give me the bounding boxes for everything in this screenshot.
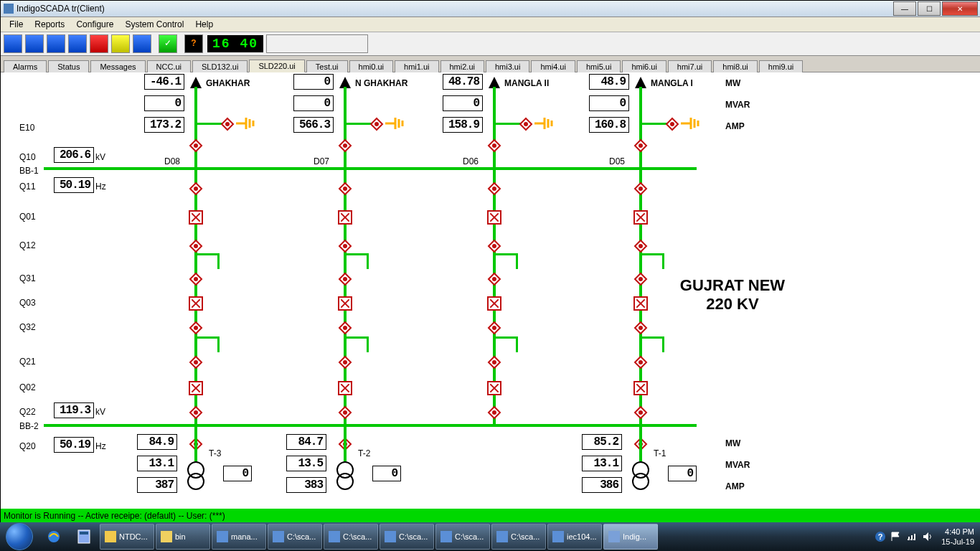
disc-0-2[interactable] [189,239,203,253]
tab-SLD220-ui[interactable]: SLD220.ui [249,60,304,72]
tab-hmi8-ui[interactable]: hmi8.ui [713,60,757,72]
tab-hmi9-ui[interactable]: hmi9.ui [759,60,803,72]
task-6[interactable]: C:\sca... [435,524,490,550]
disc-top-1[interactable] [338,138,352,153]
toolbar-btn-2[interactable] [25,34,44,53]
tray-clock[interactable]: 4:40 PM 15-Jul-19 [941,527,974,547]
flag-tray-icon[interactable] [890,531,902,542]
disc-gnd-3[interactable] [665,117,679,131]
start-button[interactable] [0,522,39,551]
tab-hmi3-ui[interactable]: hmi3.ui [486,60,529,72]
toolbar-btn-1[interactable] [4,34,22,53]
disc-2-0[interactable] [487,182,501,196]
breaker-0-1[interactable] [189,210,203,225]
tab-Alarms[interactable]: Alarms [4,60,47,72]
disc-3-5[interactable] [633,321,648,335]
task-0[interactable]: NTDC... [100,524,154,550]
titlebar[interactable]: IndigoSCADA tr(Client) — ☐ ✕ [1,1,980,17]
breaker-1-1[interactable] [338,210,352,225]
breaker-0-7[interactable] [189,381,203,395]
toolbar-btn-7[interactable] [133,34,151,53]
disc-0-5[interactable] [189,321,203,335]
help-tray-icon[interactable]: ? [875,531,886,542]
disc-gnd-1[interactable] [369,117,384,131]
toolbar-btn-5[interactable] [90,34,108,53]
disc-2-8[interactable] [487,405,501,420]
disc-2-6[interactable] [487,355,501,369]
network-tray-icon[interactable] [906,531,918,542]
disc-0-3[interactable] [189,272,203,286]
breaker-2-7[interactable] [487,381,501,395]
menu-help[interactable]: Help [189,18,219,31]
tab-hmi4-ui[interactable]: hmi4.ui [531,60,575,72]
disc-1-2[interactable] [338,239,352,253]
disc-3-3[interactable] [633,272,648,286]
tab-hmi5-ui[interactable]: hmi5.ui [577,60,621,72]
breaker-1-4[interactable] [338,296,352,311]
tray-date: 15-Jul-19 [941,537,974,547]
tab-hmi7-ui[interactable]: hmi7.ui [668,60,712,72]
svg-point-79 [639,410,643,415]
tab-hmi1-ui[interactable]: hmi1.ui [395,60,438,72]
breaker-2-1[interactable] [487,210,501,225]
disc-2-3[interactable] [487,272,501,286]
disc-gnd-0[interactable] [220,117,235,131]
volume-tray-icon[interactable] [922,531,933,542]
task-9[interactable]: Indig... [603,524,658,550]
disc-3-6[interactable] [633,355,648,369]
breaker-0-4[interactable] [189,296,203,311]
disc-0-6[interactable] [189,355,203,369]
task-3[interactable]: C:\sca... [268,524,322,550]
minimize-button[interactable]: — [893,1,916,16]
tab-hmi2-ui[interactable]: hmi2.ui [440,60,484,72]
disc-1-5[interactable] [338,321,352,335]
toolbar-btn-3[interactable] [47,34,65,53]
breaker-3-4[interactable] [633,296,648,311]
disc-2-2[interactable] [487,239,501,253]
disc-gnd-2[interactable] [519,117,533,131]
breaker-3-7[interactable] [633,381,648,395]
task-5[interactable]: C:\sca... [380,524,434,550]
xfmr-amp-1: 383 [286,477,326,493]
disc-2-5[interactable] [487,321,501,335]
disc-3-8[interactable] [633,405,648,420]
pinned-ie[interactable] [39,523,68,550]
disc-1-6[interactable] [338,355,352,369]
tab-hmi6-ui[interactable]: hmi6.ui [622,60,666,72]
task-7[interactable]: C:\sca... [491,524,546,550]
task-2[interactable]: mana... [212,524,266,550]
toolbar-btn-6[interactable] [111,34,130,53]
disc-3-2[interactable] [633,239,648,253]
tab-Status[interactable]: Status [48,60,89,72]
disc-top-2[interactable] [487,138,501,153]
menu-configure[interactable]: Configure [70,18,119,31]
menu-system-control[interactable]: System Control [119,18,189,31]
maximize-button[interactable]: ☐ [918,1,941,16]
disc-1-0[interactable] [338,182,352,196]
tab-SLD132-ui[interactable]: SLD132.ui [192,60,248,72]
breaker-1-7[interactable] [338,381,352,395]
tab-Messages[interactable]: Messages [90,60,145,72]
menu-file[interactable]: File [4,18,29,31]
task-8[interactable]: iec104... [547,524,602,550]
menu-reports[interactable]: Reports [29,18,70,31]
disc-top-3[interactable] [633,138,648,153]
disc-0-8[interactable] [189,405,203,420]
task-1[interactable]: bin [156,524,210,550]
task-4[interactable]: C:\sca... [324,524,378,550]
tab-Test-ui[interactable]: Test.ui [306,60,348,72]
disc-3-0[interactable] [633,182,648,196]
toolbar-btn-4[interactable] [68,34,87,53]
disc-1-3[interactable] [338,272,352,286]
close-button[interactable]: ✕ [942,1,978,16]
tab-NCC-ui[interactable]: NCC.ui [147,60,191,72]
pinned-calculator[interactable] [70,523,98,550]
disc-0-0[interactable] [189,182,203,196]
breaker-3-1[interactable] [633,210,648,225]
disc-1-8[interactable] [338,405,352,420]
breaker-2-4[interactable] [487,296,501,311]
toolbar-ack-button[interactable]: ✓ [159,34,177,53]
toolbar-help-button[interactable]: ? [184,34,203,53]
tab-hmi0-ui[interactable]: hmi0.ui [349,60,393,72]
disc-top-0[interactable] [189,138,203,153]
